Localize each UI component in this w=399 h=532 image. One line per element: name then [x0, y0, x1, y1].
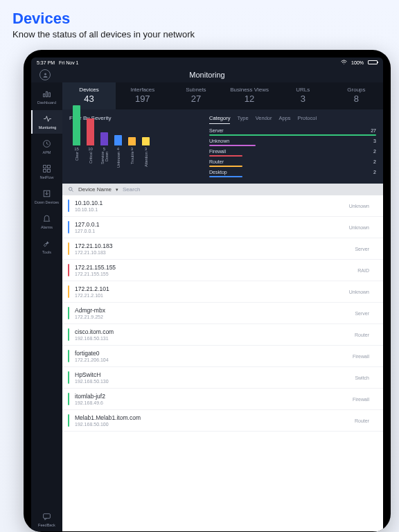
search-bar[interactable]: Device Name ▾ Search	[62, 184, 383, 195]
severity-bar-trouble[interactable]: 3 Trouble	[127, 137, 136, 172]
device-row[interactable]: 172.21.2.101 172.21.2.101 Unknown	[62, 281, 383, 303]
tab-count: 12	[224, 94, 275, 104]
sidebar-item-label: Dashboard	[37, 100, 56, 105]
bar-value: 3	[145, 147, 147, 151]
svg-rect-3	[48, 93, 50, 97]
category-tab-category[interactable]: Category	[209, 115, 230, 124]
status-bar: 5:37 PM Fri Nov 1 100%	[31, 57, 383, 67]
tab-groups[interactable]: Groups8	[330, 82, 383, 109]
device-row[interactable]: 10.10.10.1 10.10.10.1 Unknown	[62, 195, 383, 217]
device-list-area: Device Name ▾ Search 10.10.10.1 10.10.10…	[62, 184, 383, 531]
device-name: 10.10.10.1	[75, 200, 349, 206]
device-name: Melab1.Melab1.itom.com	[75, 414, 355, 421]
sidebar-item-down-devices[interactable]: Down Devices	[31, 185, 62, 209]
bar-label: Service Down	[100, 152, 109, 172]
category-row[interactable]: Desktop 2	[209, 170, 376, 175]
device-type: Server	[355, 247, 376, 251]
severity-bar-clear[interactable]: 15 Clear	[72, 105, 81, 172]
category-tab-apps[interactable]: Apps	[278, 115, 290, 124]
chevron-down-icon[interactable]: ▾	[116, 187, 118, 193]
pulse-icon	[43, 114, 52, 124]
category-row[interactable]: Unknown 3	[209, 139, 376, 143]
page-subtitle: Know the status of all devices in your n…	[0, 29, 399, 46]
tab-urls[interactable]: URLs3	[276, 82, 330, 109]
device-list[interactable]: 10.10.10.1 10.10.10.1 Unknown 127.0.0.1 …	[62, 195, 383, 531]
category-tab-type[interactable]: Type	[237, 115, 248, 124]
battery-icon	[368, 60, 378, 64]
tab-subnets[interactable]: Subnets27	[169, 82, 222, 109]
severity-bar-unknown[interactable]: 4 Unknown	[114, 135, 123, 172]
bar-label: Unknown	[116, 152, 121, 172]
sidebar: DashboardMonitoringAPMNetFlowDown Device…	[31, 82, 62, 531]
category-row[interactable]: Firewall 2	[209, 149, 376, 154]
severity-bar-service-down[interactable]: 5 Service Down	[100, 132, 109, 172]
sidebar-item-alarms[interactable]: Alarms	[31, 210, 62, 233]
device-row[interactable]: 172.21.155.155 172.21.155.155 RAID	[62, 260, 383, 281]
device-name: fortigate0	[75, 350, 353, 357]
device-row[interactable]: 127.0.0.1 127.0.0.1 Unknown	[62, 217, 383, 238]
category-tab-vendor[interactable]: Vendor	[256, 115, 272, 124]
bar-label: Clear	[75, 152, 79, 172]
device-row[interactable]: itomlab-juf2 192.168.49.6 Firewall	[62, 389, 383, 410]
status-stripe	[68, 393, 69, 405]
sidebar-item-label: APM	[43, 150, 51, 154]
device-row[interactable]: fortigate0 172.21.206.104 Firewall	[62, 346, 383, 367]
category-tab-protocol[interactable]: Protocol	[298, 115, 317, 124]
sidebar-item-monitoring[interactable]: Monitoring	[31, 110, 62, 134]
bell-icon	[42, 214, 51, 224]
tab-business-views[interactable]: Business Views12	[223, 82, 276, 109]
category-row[interactable]: Server 27	[209, 128, 376, 133]
tab-label: Interfaces	[117, 87, 168, 93]
device-type: Firewall	[353, 354, 376, 359]
category-row[interactable]: Router 2	[209, 159, 376, 164]
device-ip: 192.168.49.6	[75, 400, 353, 405]
sidebar-item-netflow[interactable]: NetFlow	[31, 160, 62, 184]
device-row[interactable]: Admgr-mbx 172.21.9.252 Server	[62, 303, 383, 324]
page-title: Devices	[0, 0, 399, 29]
device-name: 172.21.10.183	[75, 242, 355, 249]
sidebar-item-label: Down Devices	[35, 200, 59, 204]
sidebar-item-tools[interactable]: Tools	[31, 235, 62, 258]
device-ip: 172.21.10.183	[75, 250, 355, 255]
bar-value: 5	[103, 147, 105, 151]
device-ip: 192.168.50.100	[75, 422, 355, 427]
battery-label: 100%	[351, 60, 364, 65]
status-stripe	[68, 350, 69, 362]
sidebar-item-apm[interactable]: APM	[31, 135, 62, 159]
category-name: Unknown	[209, 139, 229, 143]
tab-count: 27	[170, 94, 221, 104]
category-name: Desktop	[209, 170, 227, 175]
device-row[interactable]: 172.21.10.183 172.21.10.183 Server	[62, 238, 383, 260]
tab-label: Subnets	[170, 87, 221, 93]
svg-point-12	[69, 188, 73, 191]
tab-count: 43	[64, 94, 114, 104]
bar-value: 4	[117, 147, 119, 151]
device-row[interactable]: cisco.itom.com 192.168.50.131 Router	[62, 324, 383, 346]
sidebar-item-dashboard[interactable]: Dashboard	[31, 85, 62, 109]
device-ip: 127.0.0.1	[75, 229, 349, 233]
device-name: 172.21.2.101	[75, 285, 349, 292]
wifi-icon	[341, 59, 347, 66]
sidebar-item-label: Monitoring	[39, 125, 57, 130]
search-field-label[interactable]: Device Name	[78, 186, 112, 193]
severity-bar-attention[interactable]: 3 Attention	[141, 137, 150, 172]
bar-label: Critical	[89, 152, 93, 172]
tab-devices[interactable]: Devices43	[62, 82, 116, 109]
sidebar-item-feedback[interactable]: FeedBack	[31, 508, 62, 531]
severity-chart: Filter By Severity 15 Clear 10 Critical …	[69, 115, 201, 179]
tab-interfaces[interactable]: Interfaces197	[116, 82, 169, 109]
device-row[interactable]: HpSwitcH 192.168.50.130 Switch	[62, 367, 383, 389]
category-name: Firewall	[209, 149, 226, 154]
severity-bar-critical[interactable]: 10 Critical	[86, 118, 95, 172]
bar-value: 15	[74, 147, 79, 151]
device-type: Firewall	[353, 397, 376, 402]
status-time: 5:37 PM	[37, 60, 55, 65]
avatar[interactable]	[39, 69, 51, 80]
status-stripe	[68, 328, 69, 341]
device-row[interactable]: Melab1.Melab1.itom.com 192.168.50.100 Ro…	[62, 410, 383, 432]
search-placeholder[interactable]: Search	[123, 186, 140, 193]
tab-label: Devices	[64, 87, 114, 93]
svg-rect-7	[44, 170, 46, 172]
device-ip: 172.21.155.155	[75, 272, 357, 276]
category-name: Server	[209, 128, 224, 133]
